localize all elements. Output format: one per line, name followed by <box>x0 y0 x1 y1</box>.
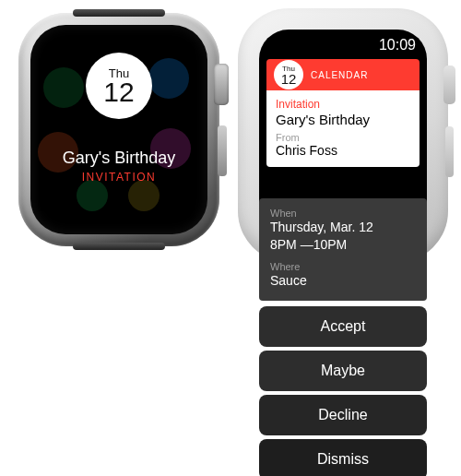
decline-button[interactable]: Decline <box>259 395 427 435</box>
side-button[interactable] <box>445 126 454 177</box>
accept-button[interactable]: Accept <box>259 306 427 347</box>
event-title: Gary's Birthday <box>276 112 410 127</box>
day-number: 12 <box>103 78 134 106</box>
watch-case: Thu 12 Gary's Birthday INVITATION <box>18 13 219 246</box>
invitation-card: Invitation Gary's Birthday From Chris Fo… <box>266 90 420 167</box>
when-label: When <box>270 208 416 219</box>
watch-screen: Thu 12 Gary's Birthday INVITATION <box>30 25 207 234</box>
long-look-body: When Thursday, Mar. 12 8PM —10PM Where S… <box>259 198 427 476</box>
when-time: 8PM —10PM <box>270 236 416 254</box>
where-label: Where <box>270 261 416 272</box>
calendar-date-icon: Thu 12 <box>86 53 152 119</box>
app-name-label: CALENDAR <box>311 70 368 80</box>
maybe-button[interactable]: Maybe <box>259 351 427 391</box>
dismiss-button[interactable]: Dismiss <box>259 439 427 476</box>
calendar-date-icon: Thu 12 <box>274 60 303 89</box>
side-button[interactable] <box>218 125 227 176</box>
status-bar: 10:09 <box>259 30 427 59</box>
action-buttons: Accept Maybe Decline Dismiss <box>259 306 427 476</box>
when-date: Thursday, Mar. 12 <box>270 219 416 236</box>
day-number: 12 <box>281 72 297 86</box>
event-title: Gary's Birthday <box>63 149 175 168</box>
event-subtitle: INVITATION <box>82 171 157 184</box>
digital-crown[interactable] <box>214 64 229 105</box>
from-name: Chris Foss <box>276 143 410 158</box>
status-time: 10:09 <box>379 37 416 54</box>
event-details: When Thursday, Mar. 12 8PM —10PM Where S… <box>259 198 427 301</box>
where-value: Sauce <box>270 272 416 290</box>
watch-short-look: Thu 12 Gary's Birthday INVITATION <box>18 13 221 246</box>
invitation-label: Invitation <box>276 98 410 111</box>
notification-header: Thu 12 CALENDAR <box>266 59 420 90</box>
digital-crown[interactable] <box>443 65 455 104</box>
from-label: From <box>276 132 410 143</box>
